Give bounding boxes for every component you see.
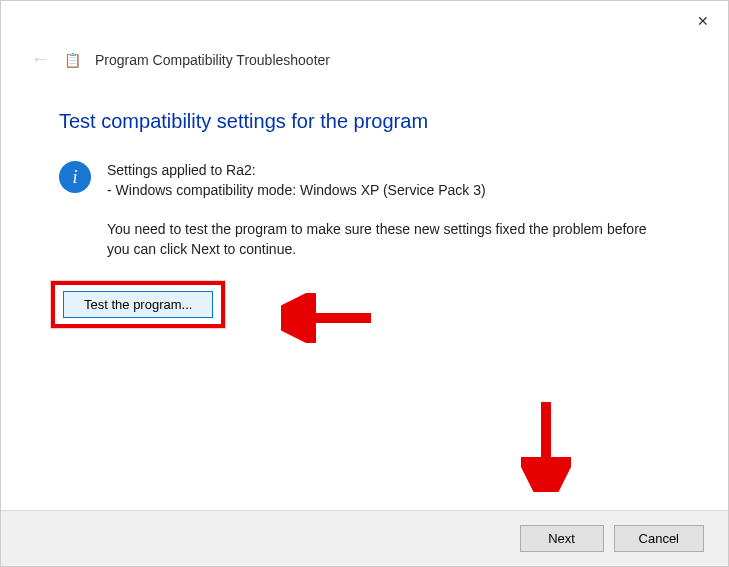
page-heading: Test compatibility settings for the prog… xyxy=(59,110,673,133)
footer-buttons: Next Cancel xyxy=(1,510,728,566)
info-icon: i xyxy=(59,161,91,193)
info-text: Settings applied to Ra2: - Windows compa… xyxy=(107,161,667,259)
cancel-button[interactable]: Cancel xyxy=(614,525,704,552)
compat-mode-line: - Windows compatibility mode: Windows XP… xyxy=(107,181,667,201)
app-title: Program Compatibility Troubleshooter xyxy=(95,52,330,68)
test-button-container: Test the program... xyxy=(51,281,673,328)
instruction-text: You need to test the program to make sur… xyxy=(107,220,667,259)
settings-applied-line: Settings applied to Ra2: xyxy=(107,161,667,181)
content-area: Test compatibility settings for the prog… xyxy=(1,70,728,328)
highlight-box: Test the program... xyxy=(51,281,225,328)
wizard-header: ← 📋 Program Compatibility Troubleshooter xyxy=(1,49,728,70)
back-arrow-icon[interactable]: ← xyxy=(31,49,49,70)
titlebar: ✕ xyxy=(1,1,728,41)
test-program-button[interactable]: Test the program... xyxy=(63,291,213,318)
annotation-arrow-down xyxy=(521,392,571,492)
next-button[interactable]: Next xyxy=(520,525,604,552)
app-icon: 📋 xyxy=(63,51,81,69)
close-icon[interactable]: ✕ xyxy=(696,14,710,28)
info-row: i Settings applied to Ra2: - Windows com… xyxy=(59,161,673,259)
